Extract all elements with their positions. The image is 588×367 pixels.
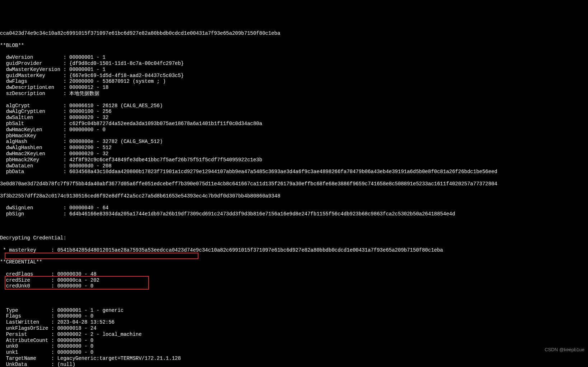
kv-line: dwSaltLen : 00000020 - 32	[0, 115, 588, 121]
kv-line: dwDescriptionLen : 00000012 - 18	[0, 85, 588, 91]
kv-line: dwAlgHashLen : 00000200 - 512	[0, 145, 588, 151]
terminal-output: cca0423d74e9c34c10a82c6991015f371097e61b…	[0, 24, 588, 367]
kv-line: guidMasterKey : {667e9c69-1d5d-4f18-aad2…	[0, 73, 588, 79]
kv-line: Persist : 00000002 - 2 - local_machine	[0, 332, 588, 338]
credential-header: **CREDENTIAL**	[0, 259, 588, 265]
kv-line: unk0 : 00000000 - 0	[0, 343, 588, 349]
pbdata-cont2: 3f3b22557dff28a2c0174c9130516ced6f92e8df…	[0, 193, 588, 199]
blob-header: **BLOB**	[0, 43, 588, 49]
kv-line: dwAlgCryptLen : 00000100 - 256	[0, 109, 588, 115]
blank-line	[0, 223, 588, 229]
kv-line: AttributeCount : 00000000 - 0	[0, 338, 588, 344]
kv-line: pbHmackKey :	[0, 133, 588, 139]
kv-line: dwVersion : 00000001 - 1	[0, 54, 588, 61]
hash-line: cca0423d74e9c34c10a82c6991015f371097e61b…	[0, 30, 588, 37]
kv-line: TargetName : LegacyGeneric:target=TERMSR…	[0, 356, 588, 362]
kv-line: Flags : 00000000 - 0	[0, 313, 588, 319]
kv-line: pbData : 6034568a43c10ddaa420800b17823f7…	[0, 169, 588, 175]
pbdata-cont1: 3e0d870ae3d72d4b78fc7f97f5bb4da40abf3677…	[0, 181, 588, 187]
kv-line: credUnk0 : 00000000 - 0	[0, 283, 588, 289]
blank-line	[0, 295, 588, 301]
kv-line: pbSalt : c62f9c04b8727d4a52eeda3da1093b0…	[0, 121, 588, 127]
kv-line: unk1 : 00000000 - 0	[0, 349, 588, 356]
kv-line: dwSignLen : 00000040 - 64	[0, 205, 588, 211]
kv-line: LastWritten : 2023-04-28 13:52:56	[0, 319, 588, 325]
decrypting-label: Decrypting Credential:	[0, 235, 588, 241]
kv-line: pbHmack2Key : 42f8f92c9c6cef34849fe3dbe4…	[0, 157, 588, 163]
kv-line: guidProvider : {df9d8cd0-1501-11d1-8c7a-…	[0, 61, 588, 67]
kv-line: credSize : 000000ca - 202	[0, 277, 588, 283]
watermark-text: CSDN @keepb1ue	[545, 347, 584, 353]
kv-line: dwHmac2KeyLen : 00000020 - 32	[0, 151, 588, 157]
kv-line: dwMasterKeyVersion : 00000001 - 1	[0, 67, 588, 73]
kv-line: UnkData : (null)	[0, 362, 588, 367]
kv-line: szDescription : 本地凭据数据	[0, 91, 588, 97]
kv-line	[0, 97, 588, 103]
kv-line: algCrypt : 00006610 - 26128 (CALG_AES_25…	[0, 103, 588, 109]
kv-line: dwHmacKeyLen : 00000000 - 0	[0, 127, 588, 133]
kv-line: algHash : 0000800e - 32782 (CALG_SHA_512…	[0, 139, 588, 145]
kv-line: Type : 00000001 - 1 - generic	[0, 308, 588, 314]
masterkey-line: * masterkey : 0541b84285d48012015ae28a75…	[0, 247, 588, 253]
kv-line: dwFlags : 20000000 - 536870912 (system ;…	[0, 78, 588, 85]
kv-line: unkFlagsOrSize : 00000018 - 24	[0, 325, 588, 332]
kv-line: pbSign : 6d4b46166e83934da205a1744e1db97…	[0, 211, 588, 217]
kv-line: dwDataLen : 000000d0 - 208	[0, 163, 588, 169]
kv-line: credFlags : 00000030 - 48	[0, 271, 588, 277]
